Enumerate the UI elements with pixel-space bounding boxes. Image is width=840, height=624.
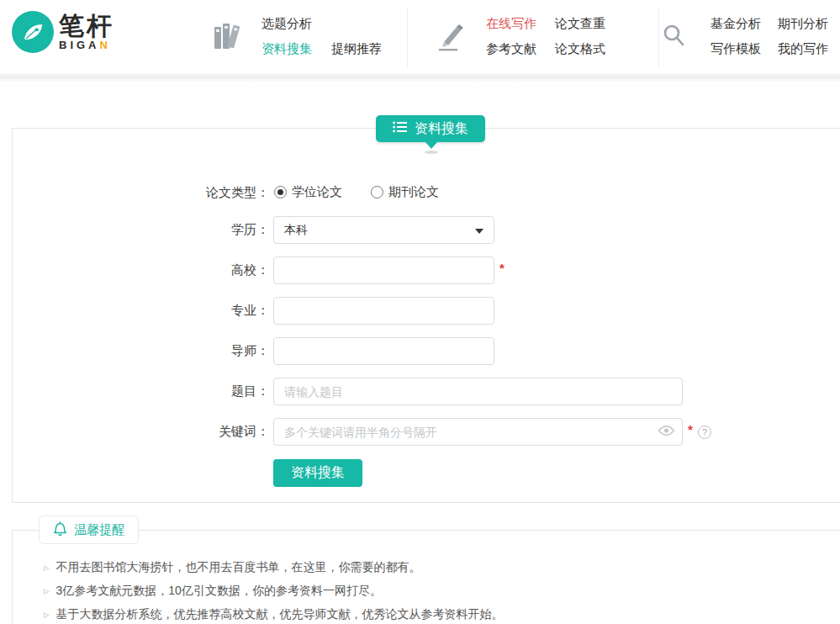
- help-icon[interactable]: ?: [698, 426, 711, 439]
- radio-degree-thesis[interactable]: 学位论文: [274, 184, 342, 200]
- degree-select-value: 本科: [284, 223, 308, 238]
- title-input[interactable]: [273, 378, 683, 405]
- nav-item-material-collection[interactable]: 资料搜集: [262, 41, 312, 57]
- tutor-label: 导师：: [164, 343, 269, 359]
- chevron-down-icon: [475, 229, 483, 234]
- nav-item-writing-templates[interactable]: 写作模板: [711, 41, 761, 57]
- panel-badge-shadow: [425, 151, 438, 154]
- nav-item-references[interactable]: 参考文献: [486, 41, 536, 57]
- nav-item-paper-format[interactable]: 论文格式: [555, 41, 605, 57]
- eye-icon[interactable]: [658, 425, 675, 440]
- university-input[interactable]: [273, 256, 494, 284]
- submit-search-button[interactable]: 资料搜集: [273, 459, 362, 487]
- major-input[interactable]: [273, 297, 494, 325]
- keywords-input[interactable]: [273, 418, 683, 446]
- brand-name: 笔杆: [59, 13, 114, 39]
- panel-badge-pointer: [425, 142, 437, 149]
- brand-logo[interactable]: 笔杆 BIGAN: [12, 11, 114, 53]
- panel-title-badge: 资料搜集: [376, 115, 485, 142]
- list-icon: [393, 121, 407, 136]
- nav-divider: [407, 7, 408, 67]
- radio-journal-paper[interactable]: 期刊论文: [371, 184, 439, 200]
- tutor-input[interactable]: [273, 337, 494, 365]
- header-shadow: [0, 76, 840, 82]
- top-navigation-bar: 笔杆 BIGAN 选题分析 资料搜集 提纲推荐 在线写作 论文查重 参考文献 论: [0, 0, 840, 75]
- nav-item-journal-analysis[interactable]: 期刊分析: [778, 16, 828, 32]
- paper-type-label: 论文类型：: [164, 185, 269, 201]
- search-icon[interactable]: [662, 23, 687, 53]
- bell-icon: [53, 521, 67, 539]
- required-asterisk: *: [688, 422, 693, 436]
- radio-button-unchecked[interactable]: [371, 186, 383, 198]
- required-asterisk: *: [499, 261, 505, 275]
- books-icon: [213, 19, 241, 56]
- tip-item: 不用去图书馆大海捞针，也不用去百度书单，在这里，你需要的都有。: [44, 558, 421, 576]
- nav-item-topic-analysis[interactable]: 选题分析: [262, 16, 312, 32]
- tip-item: 3亿参考文献元数据，10亿引文数据，你的参考资料一网打尽。: [44, 582, 382, 600]
- paper-type-radio-group: 学位论文 期刊论文: [274, 184, 439, 200]
- panel-title: 资料搜集: [415, 120, 468, 138]
- tips-title-badge: 温馨提醒: [39, 516, 139, 544]
- title-label: 题目：: [164, 383, 269, 399]
- tip-item: 基于大数据分析系统，优先推荐高校文献，优先导师文献，优秀论文从参考资料开始。: [44, 605, 504, 623]
- nav-item-plagiarism-check[interactable]: 论文查重: [555, 16, 605, 32]
- radio-button-checked[interactable]: [274, 186, 287, 198]
- nav-item-my-writing[interactable]: 我的写作: [778, 41, 828, 57]
- university-label: 高校：: [164, 262, 269, 278]
- nav-divider: [658, 7, 659, 67]
- nav-item-outline-recommend[interactable]: 提纲推荐: [331, 41, 382, 57]
- keywords-label: 关键词：: [164, 424, 269, 440]
- major-label: 专业：: [164, 303, 269, 319]
- degree-label: 学历：: [164, 222, 269, 238]
- tips-title: 温馨提醒: [74, 522, 124, 538]
- brand-subtitle: BIGAN: [59, 39, 114, 51]
- pen-nib-icon: [12, 11, 54, 53]
- pencil-icon: [434, 19, 466, 56]
- nav-item-online-writing[interactable]: 在线写作: [486, 16, 536, 32]
- degree-select[interactable]: 本科: [273, 216, 494, 244]
- nav-item-fund-analysis[interactable]: 基金分析: [711, 16, 761, 32]
